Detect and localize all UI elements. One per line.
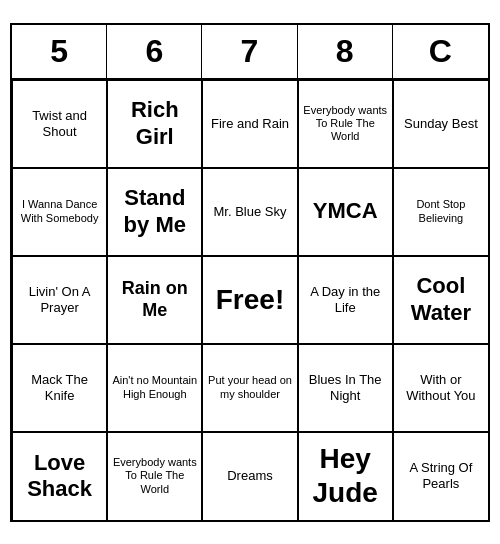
cell-r2-c3[interactable]: A Day in the Life: [298, 256, 393, 344]
cell-r2-c1[interactable]: Rain on Me: [107, 256, 202, 344]
cell-r2-c0[interactable]: Livin' On A Prayer: [12, 256, 107, 344]
header-col-6: 6: [107, 25, 202, 78]
cell-r1-c1[interactable]: Stand by Me: [107, 168, 202, 256]
header-col-5: 5: [12, 25, 107, 78]
cell-r3-c2[interactable]: Put your head on my shoulder: [202, 344, 297, 432]
cell-r2-c4[interactable]: Cool Water: [393, 256, 488, 344]
cell-r1-c2[interactable]: Mr. Blue Sky: [202, 168, 297, 256]
header-col-7: 7: [202, 25, 297, 78]
bingo-card: 5678C Twist and ShoutRich GirlFire and R…: [10, 23, 490, 522]
cell-r1-c3[interactable]: YMCA: [298, 168, 393, 256]
cell-r0-c3[interactable]: Everybody wants To Rule The World: [298, 80, 393, 168]
cell-r0-c4[interactable]: Sunday Best: [393, 80, 488, 168]
cell-r3-c3[interactable]: Blues In The Night: [298, 344, 393, 432]
header-row: 5678C: [12, 25, 488, 80]
bingo-grid: Twist and ShoutRich GirlFire and RainEve…: [12, 80, 488, 520]
cell-r3-c0[interactable]: Mack The Knife: [12, 344, 107, 432]
cell-r3-c4[interactable]: With or Without You: [393, 344, 488, 432]
cell-r4-c3[interactable]: Hey Jude: [298, 432, 393, 520]
cell-r1-c4[interactable]: Dont Stop Believing: [393, 168, 488, 256]
cell-r4-c1[interactable]: Everybody wants To Rule The World: [107, 432, 202, 520]
cell-r0-c2[interactable]: Fire and Rain: [202, 80, 297, 168]
cell-r4-c4[interactable]: A String Of Pearls: [393, 432, 488, 520]
cell-r3-c1[interactable]: Ain't no Mountain High Enough: [107, 344, 202, 432]
cell-r4-c0[interactable]: Love Shack: [12, 432, 107, 520]
cell-r0-c0[interactable]: Twist and Shout: [12, 80, 107, 168]
header-col-8: 8: [298, 25, 393, 78]
cell-r1-c0[interactable]: I Wanna Dance With Somebody: [12, 168, 107, 256]
cell-r0-c1[interactable]: Rich Girl: [107, 80, 202, 168]
cell-r2-c2[interactable]: Free!: [202, 256, 297, 344]
cell-r4-c2[interactable]: Dreams: [202, 432, 297, 520]
header-col-C: C: [393, 25, 488, 78]
